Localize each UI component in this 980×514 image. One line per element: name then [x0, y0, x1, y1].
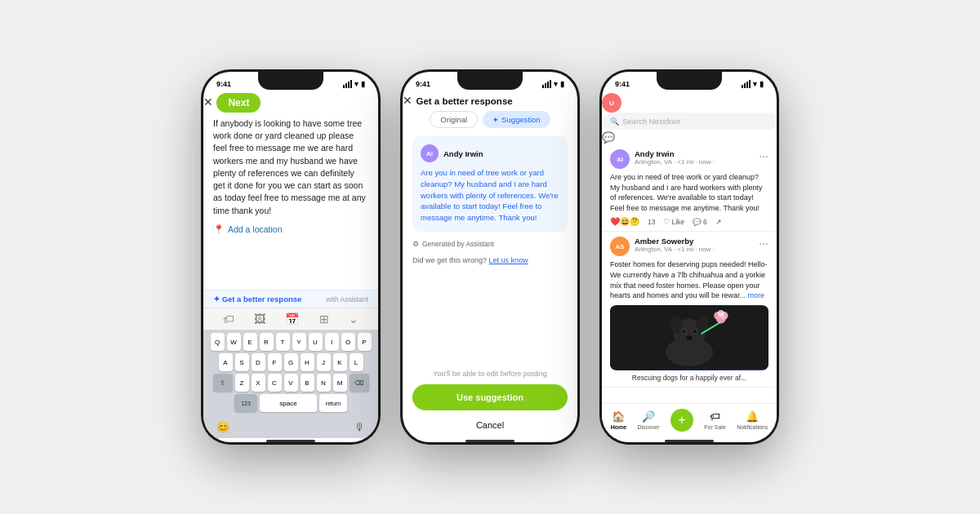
keyboard: Q W E R T Y U I O P A S D F G H: [203, 330, 378, 418]
home-bar-3: [602, 438, 777, 442]
post-composer-text[interactable]: If anybody is looking to have some tree …: [203, 113, 378, 290]
post-1-user-name: Andy Irwin: [635, 149, 754, 158]
tag-icon[interactable]: 🏷: [223, 312, 234, 326]
post-1-header: AI Andy Irwin Arlington, VA · <1 mi · no…: [610, 149, 768, 169]
current-user-avatar[interactable]: U: [602, 93, 621, 113]
key-z[interactable]: Z: [235, 374, 249, 392]
wifi-icon: ▾: [354, 80, 359, 88]
key-h[interactable]: H: [301, 353, 314, 371]
svg-point-7: [682, 330, 685, 333]
spacer: [403, 268, 577, 370]
close-button[interactable]: ✕: [203, 95, 213, 109]
emoji-icon[interactable]: 😊: [216, 421, 229, 433]
nav-discover[interactable]: 🔎 Discover: [637, 410, 659, 430]
modal-header: ✕ Get a better response: [403, 93, 577, 108]
suggestion-text: Are you in need of tree work or yard cle…: [421, 167, 559, 224]
cancel-button[interactable]: Cancel: [403, 415, 577, 438]
key-k[interactable]: K: [333, 353, 347, 371]
key-s[interactable]: S: [235, 353, 249, 371]
post-2-text: Foster homes for deserving pups needed! …: [610, 259, 768, 300]
tab-suggestion[interactable]: ✦ Suggestion: [483, 111, 550, 128]
wrong-text: Did we get this wrong? Let us know: [412, 256, 568, 264]
bell-icon: 🔔: [746, 410, 759, 423]
key-g[interactable]: G: [284, 353, 298, 371]
post-2-avatar: AS: [610, 237, 630, 256]
key-j[interactable]: J: [317, 353, 331, 371]
tab-original[interactable]: Original: [430, 111, 478, 128]
key-space[interactable]: space: [260, 394, 317, 412]
keyboard-row-3: ⇧ Z X C V B N M ⌫: [205, 374, 376, 392]
key-r[interactable]: R: [260, 333, 274, 351]
key-p[interactable]: P: [358, 333, 372, 351]
key-q[interactable]: Q: [211, 333, 225, 351]
search-icon: 🔍: [610, 117, 619, 126]
message-icon[interactable]: 💬: [602, 131, 615, 144]
key-backspace[interactable]: ⌫: [350, 374, 369, 392]
key-a[interactable]: A: [219, 353, 233, 371]
key-f[interactable]: F: [268, 353, 282, 371]
wifi-icon-3: ▾: [753, 80, 757, 88]
key-x[interactable]: X: [252, 374, 265, 392]
phones-container: 9:41 ▾ ▮ ✕ Next If a: [201, 69, 779, 445]
share-button[interactable]: ↗: [715, 218, 722, 226]
next-button[interactable]: Next: [216, 93, 261, 113]
key-d[interactable]: D: [252, 353, 265, 371]
better-response-bar[interactable]: ✦ Get a better response with Assistant: [203, 290, 378, 308]
grid-icon[interactable]: ⊞: [319, 312, 329, 326]
key-e[interactable]: E: [243, 333, 257, 351]
add-location-button[interactable]: 📍 Add a location: [213, 224, 368, 237]
time-1: 9:41: [216, 80, 231, 88]
key-shift[interactable]: ⇧: [213, 374, 233, 392]
key-123[interactable]: 123: [234, 394, 257, 412]
phone-1-composer: 9:41 ▾ ▮ ✕ Next If a: [201, 69, 381, 445]
home-bar-1: [203, 438, 378, 442]
key-u[interactable]: U: [309, 333, 323, 351]
key-o[interactable]: O: [341, 333, 355, 351]
post-1-more-icon[interactable]: ···: [759, 149, 768, 162]
key-return[interactable]: return: [319, 394, 347, 412]
chevron-down-icon[interactable]: ⌄: [349, 312, 359, 326]
reaction-emojis: ❤️😄🤔: [610, 217, 639, 226]
post-2-header: AS Amber Sowerby Arlington, VA · <1 mi ·…: [610, 237, 768, 256]
key-w[interactable]: W: [227, 333, 241, 351]
key-c[interactable]: C: [268, 374, 282, 392]
key-t[interactable]: T: [276, 333, 290, 351]
mic-icon[interactable]: 🎙: [354, 421, 365, 433]
use-suggestion-button[interactable]: Use suggestion: [412, 384, 568, 410]
let-us-know-link[interactable]: Let us know: [489, 256, 528, 264]
time-2: 9:41: [416, 80, 430, 88]
key-n[interactable]: N: [317, 374, 331, 392]
search-bar[interactable]: 🔍 Search Nextdoor: [602, 113, 777, 130]
nav-notifications[interactable]: 🔔 Notifications: [737, 410, 768, 430]
comment-button[interactable]: 💬 6: [693, 218, 707, 226]
key-y[interactable]: Y: [292, 333, 306, 351]
status-icons-2: ▾ ▮: [542, 80, 564, 88]
svg-point-9: [686, 335, 693, 339]
key-i[interactable]: I: [325, 333, 339, 351]
post-2-caption: Rescuing dogs for a happily ever af...: [610, 374, 768, 382]
read-more-link[interactable]: more: [748, 291, 765, 299]
modal-title: Get a better response: [416, 96, 512, 106]
feed-post-2: AS Amber Sowerby Arlington, VA · <1 mi ·…: [602, 232, 777, 387]
nav-post-button[interactable]: +: [670, 409, 693, 432]
nav-home[interactable]: 🏠 Home: [611, 410, 626, 430]
post-2-image: [610, 305, 768, 370]
keyboard-row-1: Q W E R T Y U I O P: [205, 333, 376, 351]
calendar-icon[interactable]: 📅: [285, 312, 299, 326]
modal-close-button[interactable]: ✕: [403, 94, 412, 107]
like-button[interactable]: ♡ Like: [663, 218, 684, 226]
signal-icon: [343, 80, 352, 88]
composer-header: ✕ Next: [203, 93, 378, 113]
key-b[interactable]: B: [301, 374, 314, 392]
status-icons-3: ▾ ▮: [742, 80, 764, 88]
nav-for-sale[interactable]: 🏷 For Sale: [704, 410, 725, 430]
key-v[interactable]: V: [284, 374, 298, 392]
keyboard-row-2: A S D F G H J K L: [205, 353, 376, 371]
post-1-reactions: ❤️😄🤔 13 ♡ Like 💬 6 ↗: [610, 217, 768, 226]
feed-post-1: AI Andy Irwin Arlington, VA · <1 mi · no…: [602, 144, 777, 232]
battery-icon: ▮: [361, 80, 365, 88]
post-2-more-icon[interactable]: ···: [759, 237, 768, 250]
key-l[interactable]: L: [350, 353, 363, 371]
image-icon[interactable]: 🖼: [254, 312, 265, 326]
key-m[interactable]: M: [333, 374, 347, 392]
